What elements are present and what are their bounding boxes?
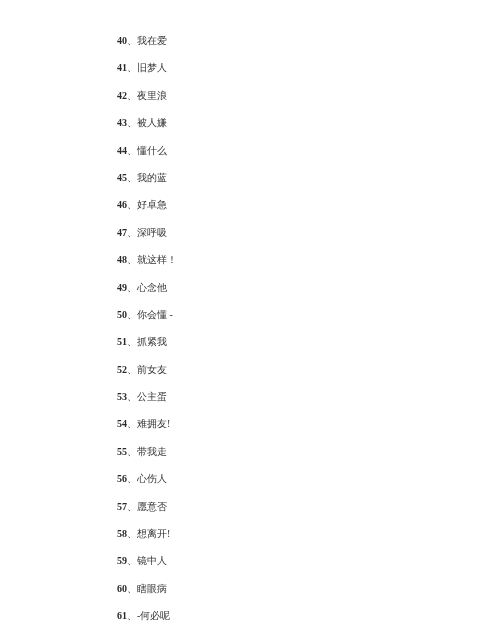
item-text: 心伤人 xyxy=(137,473,167,484)
list-item: 42、夜里浪 xyxy=(117,90,500,102)
item-number: 44 xyxy=(117,145,127,156)
separator: 、 xyxy=(127,199,137,210)
list-item: 55、带我走 xyxy=(117,446,500,458)
list-item: 58、想离开! xyxy=(117,528,500,540)
separator: 、 xyxy=(127,610,137,621)
item-number: 46 xyxy=(117,199,127,210)
list-item: 47、深呼吸 xyxy=(117,227,500,239)
separator: 、 xyxy=(127,583,137,594)
list-item: 40、我在爱 xyxy=(117,35,500,47)
item-number: 55 xyxy=(117,446,127,457)
item-number: 54 xyxy=(117,418,127,429)
separator: 、 xyxy=(127,418,137,429)
numbered-list: 40、我在爱41、旧梦人42、夜里浪43、被人嫌44、懂什么45、我的蓝46、好… xyxy=(117,35,500,622)
list-item: 45、我的蓝 xyxy=(117,172,500,184)
item-number: 60 xyxy=(117,583,127,594)
item-text: 想离开! xyxy=(137,528,170,539)
item-text: 好卓急 xyxy=(137,199,167,210)
item-text: 你会懂 - xyxy=(137,309,173,320)
item-number: 53 xyxy=(117,391,127,402)
item-text: 抓紧我 xyxy=(137,336,167,347)
item-number: 57 xyxy=(117,501,127,512)
separator: 、 xyxy=(127,528,137,539)
item-text: 懂什么 xyxy=(137,145,167,156)
list-item: 60、瞎眼病 xyxy=(117,583,500,595)
item-text: 我在爱 xyxy=(137,35,167,46)
separator: 、 xyxy=(127,391,137,402)
item-number: 61 xyxy=(117,610,127,621)
item-number: 51 xyxy=(117,336,127,347)
item-text: -何必呢 xyxy=(137,610,170,621)
item-number: 59 xyxy=(117,555,127,566)
separator: 、 xyxy=(127,90,137,101)
item-text: 镜中人 xyxy=(137,555,167,566)
list-item: 57、愿意否 xyxy=(117,501,500,513)
item-text: 公主蛋 xyxy=(137,391,167,402)
item-text: 带我走 xyxy=(137,446,167,457)
separator: 、 xyxy=(127,35,137,46)
separator: 、 xyxy=(127,309,137,320)
list-item: 46、好卓急 xyxy=(117,199,500,211)
item-number: 40 xyxy=(117,35,127,46)
item-number: 42 xyxy=(117,90,127,101)
list-item: 53、公主蛋 xyxy=(117,391,500,403)
list-item: 49、心念他 xyxy=(117,282,500,294)
list-item: 41、旧梦人 xyxy=(117,62,500,74)
item-number: 43 xyxy=(117,117,127,128)
item-number: 58 xyxy=(117,528,127,539)
separator: 、 xyxy=(127,282,137,293)
list-item: 59、镜中人 xyxy=(117,555,500,567)
item-number: 52 xyxy=(117,364,127,375)
item-text: 我的蓝 xyxy=(137,172,167,183)
item-text: 深呼吸 xyxy=(137,227,167,238)
item-text: 旧梦人 xyxy=(137,62,167,73)
item-number: 49 xyxy=(117,282,127,293)
item-number: 48 xyxy=(117,254,127,265)
separator: 、 xyxy=(127,364,137,375)
item-number: 56 xyxy=(117,473,127,484)
list-item: 52、前女友 xyxy=(117,364,500,376)
list-item: 54、难拥友! xyxy=(117,418,500,430)
separator: 、 xyxy=(127,254,137,265)
separator: 、 xyxy=(127,555,137,566)
item-text: 愿意否 xyxy=(137,501,167,512)
item-number: 45 xyxy=(117,172,127,183)
separator: 、 xyxy=(127,227,137,238)
separator: 、 xyxy=(127,336,137,347)
list-item: 50、你会懂 - xyxy=(117,309,500,321)
item-text: 瞎眼病 xyxy=(137,583,167,594)
separator: 、 xyxy=(127,62,137,73)
item-text: 难拥友! xyxy=(137,418,170,429)
separator: 、 xyxy=(127,117,137,128)
item-text: 前女友 xyxy=(137,364,167,375)
list-item: 56、心伤人 xyxy=(117,473,500,485)
item-text: 被人嫌 xyxy=(137,117,167,128)
item-text: 夜里浪 xyxy=(137,90,167,101)
list-item: 61、-何必呢 xyxy=(117,610,500,622)
separator: 、 xyxy=(127,145,137,156)
separator: 、 xyxy=(127,501,137,512)
item-number: 50 xyxy=(117,309,127,320)
item-number: 41 xyxy=(117,62,127,73)
list-item: 48、就这样！ xyxy=(117,254,500,266)
item-text: 心念他 xyxy=(137,282,167,293)
separator: 、 xyxy=(127,446,137,457)
list-item: 51、抓紧我 xyxy=(117,336,500,348)
separator: 、 xyxy=(127,172,137,183)
list-item: 43、被人嫌 xyxy=(117,117,500,129)
separator: 、 xyxy=(127,473,137,484)
list-item: 44、懂什么 xyxy=(117,145,500,157)
item-text: 就这样！ xyxy=(137,254,177,265)
item-number: 47 xyxy=(117,227,127,238)
